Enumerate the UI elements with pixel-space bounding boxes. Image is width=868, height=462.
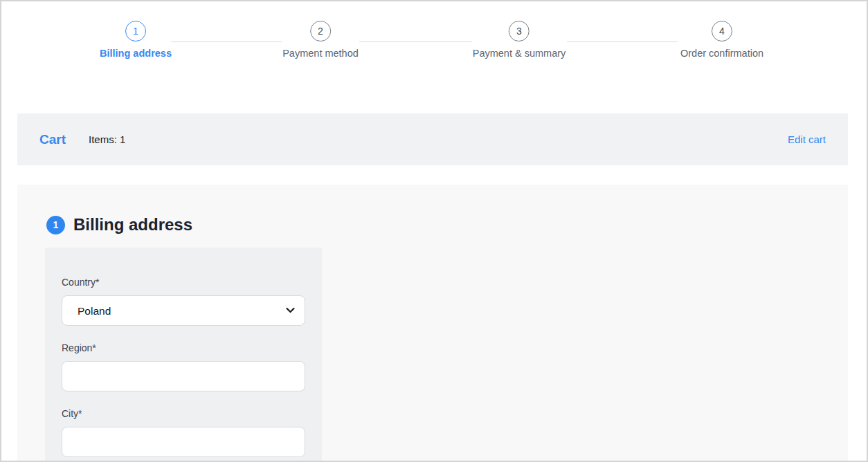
country-field-group: Country* Poland	[62, 277, 305, 326]
step-4-label: Order confirmation	[680, 48, 763, 59]
region-input[interactable]	[62, 361, 305, 391]
city-label: City*	[62, 408, 305, 419]
stepper-step-payment-summary[interactable]: 3 Payment & summary	[473, 21, 566, 59]
step-connector-3	[567, 41, 678, 42]
cart-title: Cart	[39, 132, 66, 147]
city-field-group: City*	[62, 408, 305, 457]
step-2-circle: 2	[310, 21, 331, 41]
region-field-group: Region*	[62, 342, 305, 391]
step-connector-1	[171, 41, 282, 42]
section-heading: 1 Billing address	[17, 185, 848, 234]
step-3-circle: 3	[509, 21, 530, 41]
step-2-label: Payment method	[282, 48, 359, 59]
region-label: Region*	[62, 342, 305, 353]
checkout-page: 1 Billing address 2 Payment method 3 Pay…	[0, 0, 868, 462]
step-1-circle: 1	[125, 21, 146, 41]
stepper-step-order-confirmation[interactable]: 4 Order confirmation	[680, 21, 763, 59]
country-label: Country*	[62, 277, 305, 288]
stepper-step-billing-address[interactable]: 1 Billing address	[100, 21, 172, 59]
country-select[interactable]: Poland	[62, 295, 305, 326]
step-4-circle: 4	[712, 21, 732, 41]
step-1-label: Billing address	[100, 48, 172, 59]
edit-cart-link[interactable]: Edit cart	[788, 133, 826, 145]
checkout-stepper: 1 Billing address 2 Payment method 3 Pay…	[1, 1, 867, 84]
cart-items-count: Items: 1	[89, 133, 125, 145]
billing-address-form: Country* Poland Region* City*	[45, 248, 322, 461]
step-connector-2	[359, 41, 472, 42]
city-input[interactable]	[62, 427, 305, 457]
section-title: Billing address	[73, 215, 192, 234]
cart-summary-bar: Cart Items: 1 Edit cart	[17, 113, 848, 165]
step-3-label: Payment & summary	[473, 48, 566, 59]
stepper-step-payment-method[interactable]: 2 Payment method	[282, 21, 359, 59]
step-number-badge: 1	[46, 216, 65, 234]
billing-address-section: 1 Billing address Country* Poland Region…	[17, 185, 848, 461]
